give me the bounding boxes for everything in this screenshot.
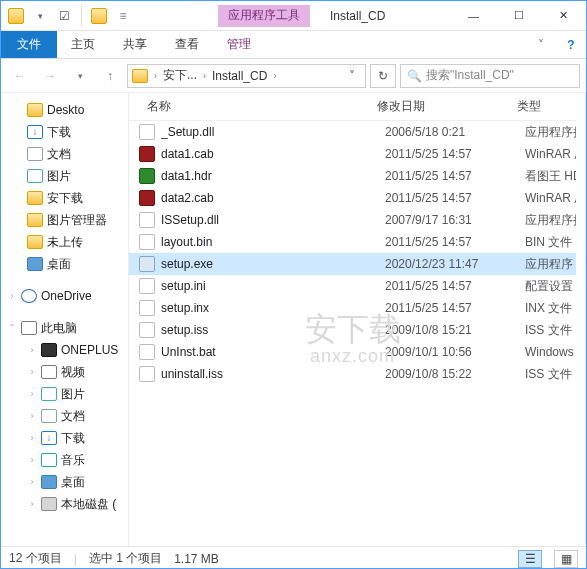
maximize-button[interactable]: ☐ (496, 1, 541, 31)
tree-item[interactable]: ›音乐 (1, 449, 128, 471)
file-date: 2020/12/23 11:47 (385, 257, 525, 271)
close-button[interactable]: ✕ (541, 1, 586, 31)
file-type: BIN 文件 (525, 234, 576, 251)
file-row[interactable]: setup.iss2009/10/8 15:21ISS 文件 (129, 319, 576, 341)
tree-item[interactable]: ›本地磁盘 ( (1, 493, 128, 515)
tree-this-pc[interactable]: ˅此电脑 (1, 317, 128, 339)
column-type[interactable]: 类型 (509, 98, 576, 115)
search-input[interactable]: 🔍 搜索"Install_CD" (400, 64, 580, 88)
tree-onedrive[interactable]: ›OneDrive (1, 285, 128, 307)
tab-view[interactable]: 查看 (161, 31, 213, 58)
status-bar: 12 个项目 | 选中 1 个项目 1.17 MB ☰ ▦ (1, 546, 586, 569)
crumb-current[interactable]: Install_CD (208, 69, 271, 83)
qat-customize-icon[interactable]: ≡ (112, 5, 134, 27)
file-icon (139, 366, 155, 382)
chevron-right-icon[interactable]: › (203, 71, 206, 81)
file-row[interactable]: data1.cab2011/5/25 14:57WinRAR 压 (129, 143, 576, 165)
divider (81, 6, 82, 26)
folder-icon (5, 5, 27, 27)
file-type: 应用程序扩 (525, 212, 576, 229)
nav-tree[interactable]: Deskto下载文档图片安下载图片管理器未上传桌面 ›OneDrive ˅此电脑… (1, 93, 129, 546)
status-size: 1.17 MB (174, 552, 219, 566)
tree-item[interactable]: 桌面 (1, 253, 128, 275)
tree-item[interactable]: 文档 (1, 143, 128, 165)
file-name: data1.cab (161, 147, 385, 161)
file-row[interactable]: data2.cab2011/5/25 14:57WinRAR 压 (129, 187, 576, 209)
status-item-count: 12 个项目 (9, 550, 62, 567)
main-area: Deskto下载文档图片安下载图片管理器未上传桌面 ›OneDrive ˅此电脑… (1, 93, 586, 546)
tree-item[interactable]: 图片管理器 (1, 209, 128, 231)
tree-item[interactable]: ›ONEPLUS (1, 339, 128, 361)
file-icon (139, 322, 155, 338)
file-icon (139, 190, 155, 206)
file-row[interactable]: ISSetup.dll2007/9/17 16:31应用程序扩 (129, 209, 576, 231)
file-row[interactable]: setup.exe2020/12/23 11:47应用程序 (129, 253, 576, 275)
qat-dropdown-icon[interactable]: ▾ (29, 5, 51, 27)
file-name: _Setup.dll (161, 125, 385, 139)
file-type: 应用程序扩 (525, 124, 576, 141)
tab-share[interactable]: 共享 (109, 31, 161, 58)
details-view-button[interactable]: ☰ (518, 550, 542, 568)
icons-view-button[interactable]: ▦ (554, 550, 578, 568)
file-row[interactable]: _Setup.dll2006/5/18 0:21应用程序扩 (129, 121, 576, 143)
file-type: 配置设置 (525, 278, 576, 295)
tree-item[interactable]: ›文档 (1, 405, 128, 427)
tree-item[interactable]: ›桌面 (1, 471, 128, 493)
refresh-button[interactable]: ↻ (370, 64, 396, 88)
file-date: 2011/5/25 14:57 (385, 301, 525, 315)
tab-manage[interactable]: 管理 (213, 31, 265, 58)
recent-locations-icon[interactable]: ▾ (67, 63, 93, 89)
tree-item[interactable]: Deskto (1, 99, 128, 121)
breadcrumb[interactable]: › 安下... › Install_CD › ˅ (127, 64, 366, 88)
disk-icon (41, 497, 57, 511)
file-row[interactable]: layout.bin2011/5/25 14:57BIN 文件 (129, 231, 576, 253)
file-type: ISS 文件 (525, 322, 576, 339)
minimize-button[interactable]: — (451, 1, 496, 31)
address-dropdown-icon[interactable]: ˅ (343, 69, 361, 83)
file-type: INX 文件 (525, 300, 576, 317)
file-row[interactable]: setup.ini2011/5/25 14:57配置设置 (129, 275, 576, 297)
tree-item[interactable]: 未上传 (1, 231, 128, 253)
collapse-ribbon-icon[interactable]: ˅ (526, 31, 556, 58)
crumb-parent[interactable]: 安下... (159, 67, 201, 84)
new-folder-icon[interactable] (88, 5, 110, 27)
file-icon (139, 278, 155, 294)
up-button[interactable]: ↑ (97, 63, 123, 89)
tree-item[interactable]: ›图片 (1, 383, 128, 405)
back-button[interactable]: ← (7, 63, 33, 89)
chevron-right-icon[interactable]: › (273, 71, 276, 81)
file-date: 2011/5/25 14:57 (385, 235, 525, 249)
file-name: setup.ini (161, 279, 385, 293)
column-date[interactable]: 修改日期 (369, 98, 509, 115)
file-date: 2006/5/18 0:21 (385, 125, 525, 139)
folder-icon (27, 235, 43, 249)
help-icon[interactable]: ? (556, 31, 586, 58)
file-row[interactable]: data1.hdr2011/5/25 14:57看图王 HD (129, 165, 576, 187)
file-date: 2011/5/25 14:57 (385, 279, 525, 293)
file-tab[interactable]: 文件 (1, 31, 57, 58)
file-name: UnInst.bat (161, 345, 385, 359)
tab-home[interactable]: 主页 (57, 31, 109, 58)
tree-item[interactable]: 安下载 (1, 187, 128, 209)
file-name: ISSetup.dll (161, 213, 385, 227)
file-row[interactable]: setup.inx2011/5/25 14:57INX 文件 (129, 297, 576, 319)
location-folder-icon (132, 69, 148, 83)
tree-item[interactable]: ›下载 (1, 427, 128, 449)
tree-item[interactable]: 图片 (1, 165, 128, 187)
tree-item[interactable]: 下载 (1, 121, 128, 143)
pic-icon (41, 387, 57, 401)
properties-icon[interactable]: ☑ (53, 5, 75, 27)
forward-button[interactable]: → (37, 63, 63, 89)
folder-icon (27, 213, 43, 227)
file-rows: 安下载 anxz.com _Setup.dll2006/5/18 0:21应用程… (129, 121, 576, 546)
quick-access-toolbar: ▾ ☑ ≡ (1, 5, 138, 27)
chevron-right-icon[interactable]: › (154, 71, 157, 81)
column-name[interactable]: 名称 (139, 98, 369, 115)
cloud-icon (21, 289, 37, 303)
file-row[interactable]: UnInst.bat2009/10/1 10:56Windows (129, 341, 576, 363)
tree-item[interactable]: ›视频 (1, 361, 128, 383)
scrollbar[interactable] (576, 93, 586, 544)
file-name: layout.bin (161, 235, 385, 249)
file-row[interactable]: uninstall.iss2009/10/8 15:22ISS 文件 (129, 363, 576, 385)
pic-icon (27, 169, 43, 183)
